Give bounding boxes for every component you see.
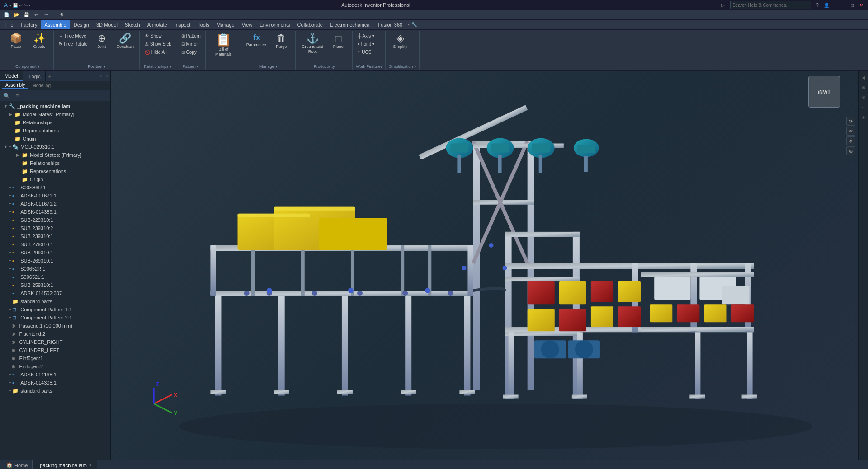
tree-item-origin-1[interactable]: 📁 Origin	[0, 135, 110, 143]
tab-packing-machine[interactable]: _packing machine.iam ✕	[33, 460, 97, 469]
menu-inspect[interactable]: Inspect	[171, 20, 194, 29]
help-button[interactable]: ?	[814, 2, 821, 8]
menu-sketch[interactable]: Sketch	[121, 20, 144, 29]
tree-item-model-states-1[interactable]: ▶ 📁 Model States: [Primary]	[0, 110, 110, 118]
joint-button[interactable]: ⊕ Joint	[90, 32, 113, 51]
menu-manage[interactable]: Manage	[213, 20, 238, 29]
tree-item-sub239310-1[interactable]: + ▪ SUB-239310:1	[0, 232, 110, 240]
menu-environments[interactable]: Environments	[256, 20, 293, 29]
parameters-button[interactable]: fx Parameters	[245, 32, 269, 49]
pattern-button[interactable]: ⊞ Pattern	[179, 32, 203, 40]
tree-item-adsk014308-1[interactable]: + ▪ ADSK-014308:1	[0, 379, 110, 387]
gutter-btn-4[interactable]: ↔	[859, 103, 868, 111]
menu-electromechanical[interactable]: Electromechanical	[326, 20, 374, 29]
tree-item-sub239310-2[interactable]: + ▪ SUB-239310:2	[0, 224, 110, 232]
tree-item-einfugen2[interactable]: ⊕ Einfügen:2	[0, 362, 110, 371]
tree-item-relationships-1[interactable]: 📁 Relationships	[0, 118, 110, 127]
simplify-button[interactable]: ◈ Simplify	[389, 32, 411, 51]
tab-add[interactable]: +	[46, 73, 54, 80]
orbit-button[interactable]: ⟳	[846, 117, 855, 126]
menu-design[interactable]: Design	[70, 20, 93, 29]
menu-annotate[interactable]: Annotate	[144, 20, 171, 29]
tree-item-sub259310-1[interactable]: + ▪ SUB-259310:1	[0, 281, 110, 289]
qa-redo-button[interactable]: ↪	[42, 11, 51, 19]
tree-item-representations-1[interactable]: 📁 Representations	[0, 127, 110, 135]
constrain-button[interactable]: 🔗 Constrain	[114, 32, 137, 51]
tree-item-passend1[interactable]: ⊕ Passend:1 (10.000 mm)	[0, 322, 110, 330]
tree-item-s00652r1[interactable]: + ▪ S00652R:1	[0, 265, 110, 273]
qa-open-button[interactable]: 📂	[12, 11, 21, 19]
tree-item-representations-2[interactable]: 📁 Representations	[0, 167, 110, 175]
show-button[interactable]: 👁 Show	[143, 32, 173, 40]
show-sick-button[interactable]: ⚠ Show Sick	[143, 40, 173, 48]
panel-close-icon[interactable]: ✕	[97, 74, 104, 79]
tree-item-standard-parts-2[interactable]: + 📁 standard parts	[0, 387, 110, 395]
free-rotate-button[interactable]: ↻ Free Rotate	[57, 40, 90, 48]
qa-new-button[interactable]: 📄	[2, 11, 11, 19]
gutter-btn-2[interactable]: ⊕	[859, 83, 868, 91]
tree-item-adsk014168-1[interactable]: + ▪ ADSK-014168:1	[0, 371, 110, 379]
panel-settings-button[interactable]: ≡	[13, 92, 22, 100]
purge-button[interactable]: 🗑 Purge	[270, 32, 292, 51]
tree-item-component-pattern-2[interactable]: + ⊞ Component Pattern 2:1	[0, 314, 110, 322]
account-button[interactable]: 👤	[823, 2, 830, 8]
gutter-btn-3[interactable]: ⊖	[859, 93, 868, 101]
ucs-button[interactable]: ⌖ UCS	[356, 48, 376, 56]
subtab-modeling[interactable]: Modeling	[28, 83, 54, 89]
tree-item-sub279310-1[interactable]: + ▪ SUB-279310:1	[0, 240, 110, 249]
tree-item-model-states-2[interactable]: ▶ 📁 Model States: [Primary]	[0, 151, 110, 159]
panel-options-icon[interactable]: ≡	[104, 74, 110, 79]
tree-item-mod029310[interactable]: ▼ + 🔩 MOD-029310:1	[0, 143, 110, 151]
tree-item-component-pattern-1[interactable]: + ⊞ Component Pattern 1:1	[0, 305, 110, 314]
tree-item-adsk014502-307[interactable]: + ▪ ADSK-014502:307	[0, 289, 110, 297]
qa-undo-button[interactable]: ↩	[32, 11, 41, 19]
menu-factory[interactable]: Factory	[17, 20, 41, 29]
tab-ilogic[interactable]: iLogic	[23, 71, 46, 81]
hide-all-button[interactable]: 🚫 Hide All	[143, 48, 173, 56]
axis-button[interactable]: ╫ Axis ▾	[356, 32, 376, 40]
look-button[interactable]: 👁	[846, 127, 855, 136]
manage-group-label[interactable]: Manage ▾	[245, 63, 293, 69]
menu-3dmodel[interactable]: 3D Model	[93, 20, 121, 29]
tree-item-adsk011671-2[interactable]: + ▪ ADSK-011671:2	[0, 200, 110, 208]
tree-item-s00s86r1[interactable]: + ▪ S00S86R:1	[0, 183, 110, 192]
tab-model[interactable]: Model	[0, 71, 23, 81]
relationships-group-label[interactable]: Relationships ▾	[143, 63, 173, 69]
pan-button[interactable]: ✥	[846, 136, 855, 145]
tree-item-sub269310-1[interactable]: + ▪ SUB-269310:1	[0, 257, 110, 265]
menu-assemble[interactable]: Assemble	[41, 20, 70, 29]
create-button[interactable]: ✨ Create	[28, 32, 51, 51]
tree-item-origin-2[interactable]: 📁 Origin	[0, 175, 110, 183]
tree-item-fluchtend2[interactable]: ⊕ Fluchtend:2	[0, 330, 110, 338]
minimize-button[interactable]: −	[840, 2, 846, 8]
help-search-input[interactable]	[730, 1, 811, 9]
mirror-button[interactable]: ⊟ Mirror	[179, 40, 203, 48]
qa-save-button[interactable]: 💾	[22, 11, 31, 19]
viewcube[interactable]: iNViT	[808, 76, 844, 112]
copy-button[interactable]: ⊡ Copy	[179, 48, 203, 56]
gutter-btn-1[interactable]: ◀	[859, 73, 868, 81]
tree-item-sub229310-1[interactable]: + ▪ SUB-229310:1	[0, 216, 110, 224]
bom-button[interactable]: 📋 Bill ofMaterials	[209, 32, 238, 59]
place-button[interactable]: 📦 Place	[5, 32, 27, 51]
maximize-button[interactable]: □	[849, 2, 855, 8]
tree-item-einfugen1[interactable]: ⊕ Einfügen:1	[0, 354, 110, 362]
close-button[interactable]: ✕	[858, 2, 864, 8]
menu-collaborate[interactable]: Collaborate	[294, 20, 326, 29]
viewcube-box[interactable]: iNViT	[808, 76, 840, 108]
viewport[interactable]: X Y Z iNViT ⟳ 👁 ✥ ⊕	[111, 71, 858, 460]
menu-file[interactable]: File	[2, 20, 17, 29]
subtab-assembly[interactable]: Assembly	[2, 82, 28, 89]
tree-item-cylinder-right[interactable]: ⊕ CYLINDER_RIGHT	[0, 338, 110, 346]
tree-item-relationships-2[interactable]: 📁 Relationships	[0, 159, 110, 167]
qa-settings-button[interactable]: ⚙	[57, 11, 66, 19]
free-move-button[interactable]: ↔ Free Move	[57, 32, 90, 40]
simplification-group-label[interactable]: Simplification ▾	[389, 63, 416, 69]
zoom-button[interactable]: ⊕	[846, 146, 855, 155]
search-panel-button[interactable]: 🔍	[2, 92, 11, 100]
plane-button[interactable]: ◻ Plane	[327, 32, 349, 51]
point-button[interactable]: • Point ▾	[356, 40, 376, 48]
menu-fusion360[interactable]: Fusion 360	[374, 20, 406, 29]
tab-home[interactable]: 🏠 Home	[2, 460, 33, 469]
menu-tools[interactable]: Tools	[194, 20, 213, 29]
